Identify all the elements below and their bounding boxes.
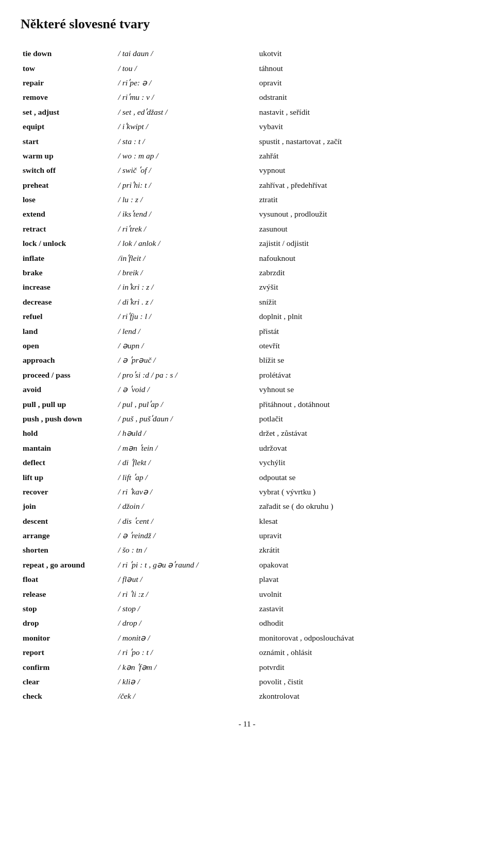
table-row: inflate/inʹfleit /nafouknout <box>21 251 473 265</box>
table-row: set , adjust/ set , edʹdžast /nastavit ,… <box>21 105 473 119</box>
phonetic: / riʹtrek / <box>116 222 257 236</box>
phonetic: / həuld / <box>116 426 257 440</box>
english-term: retract <box>21 222 116 236</box>
table-row: push , push down/ puš , pušʹdaun /potlač… <box>21 412 473 426</box>
czech-translation: snížit <box>257 295 473 309</box>
english-term: join <box>21 499 116 513</box>
english-term: recover <box>21 485 116 499</box>
czech-translation: plavat <box>257 572 473 587</box>
table-row: float/ fləut /plavat <box>21 572 473 587</box>
english-term: hold <box>21 426 116 440</box>
czech-translation: vychýlit <box>257 455 473 470</box>
table-row: switch off/ swič ʹof /vypnout <box>21 163 473 178</box>
phonetic: / riʹmu : v / <box>116 90 257 104</box>
english-term: proceed / pass <box>21 368 116 382</box>
page-footer: - 11 - <box>21 719 473 729</box>
phonetic: / lu : z / <box>116 192 257 207</box>
phonetic: / riʹfju : l / <box>116 309 257 324</box>
english-term: stop <box>21 601 116 616</box>
czech-translation: potlačit <box>257 412 473 426</box>
english-term: preheat <box>21 178 116 192</box>
english-term: check <box>21 689 116 703</box>
table-row: descent/ dis ʹcent /klesat <box>21 514 473 528</box>
table-row: hold/ həuld /držet , zůstávat <box>21 426 473 440</box>
phonetic: / set , edʹdžast / <box>116 105 257 119</box>
phonetic: / mən ʹtein / <box>116 441 257 455</box>
czech-translation: zasunout <box>257 222 473 236</box>
table-row: proceed / pass/ proʹsi :d / pa : s /prol… <box>21 368 473 382</box>
phonetic: / džoin / <box>116 499 257 513</box>
table-row: deflect/ di ʹflekt /vychýlit <box>21 455 473 470</box>
phonetic: / ə ʹprəuč / <box>116 353 257 367</box>
table-row: pull , pull up/ pul , pulʹap /přitáhnout… <box>21 397 473 411</box>
table-row: refuel/ riʹfju : l /doplnit , plnit <box>21 309 473 324</box>
page-title: Některé slovesné tvary <box>21 16 473 32</box>
table-row: start/ sta : t /spustit , nastartovat , … <box>21 134 473 148</box>
czech-translation: zastavit <box>257 601 473 616</box>
english-term: increase <box>21 280 116 294</box>
english-term: lift up <box>21 470 116 484</box>
phonetic: / fləut / <box>116 572 257 587</box>
czech-translation: opakovat <box>257 558 473 572</box>
english-term: push , push down <box>21 412 116 426</box>
czech-translation: nastavit , seřídit <box>257 105 473 119</box>
english-term: monitor <box>21 631 116 645</box>
czech-translation: zabrzdit <box>257 265 473 280</box>
phonetic: / ri ʹli :z / <box>116 587 257 601</box>
english-term: set , adjust <box>21 105 116 119</box>
table-row: tie down/ tai daun /ukotvit <box>21 46 473 61</box>
czech-translation: doplnit , plnit <box>257 309 473 324</box>
english-term: decrease <box>21 295 116 309</box>
czech-translation: otevřít <box>257 339 473 353</box>
english-term: release <box>21 587 116 601</box>
english-term: refuel <box>21 309 116 324</box>
english-term: equipt <box>21 119 116 134</box>
english-term: remove <box>21 90 116 104</box>
phonetic: / ri ʹpi : t , gəu əʹraund / <box>116 558 257 572</box>
english-term: start <box>21 134 116 148</box>
phonetic: / ri ʹpo : t / <box>116 645 257 660</box>
phonetic: / wo : m ap / <box>116 149 257 163</box>
table-row: warm up/ wo : m ap /zahřát <box>21 149 473 163</box>
czech-translation: vypnout <box>257 163 473 178</box>
phonetic: / ə ʹvoid / <box>116 382 257 397</box>
table-row: equipt/ iʹkwipt /vybavit <box>21 119 473 134</box>
english-term: extend <box>21 207 116 221</box>
czech-translation: táhnout <box>257 61 473 75</box>
czech-translation: zkrátit <box>257 543 473 557</box>
table-row: preheat/ priʹhi: t /zahřívat , předehřív… <box>21 178 473 192</box>
czech-translation: klesat <box>257 514 473 528</box>
table-row: clear/ kliə /povolit , čistit <box>21 675 473 689</box>
czech-translation: prolétávat <box>257 368 473 382</box>
table-row: lift up/ lift ʹap /odpoutat se <box>21 470 473 484</box>
phonetic: / iʹkwipt / <box>116 119 257 134</box>
english-term: lock / unlock <box>21 236 116 251</box>
english-term: deflect <box>21 455 116 470</box>
czech-translation: vybavit <box>257 119 473 134</box>
czech-translation: spustit , nastartovat , začít <box>257 134 473 148</box>
czech-translation: ztratit <box>257 192 473 207</box>
phonetic: / tou / <box>116 61 257 75</box>
table-row: confirm/ kən ʹfəm /potvrdit <box>21 660 473 674</box>
english-term: repair <box>21 76 116 90</box>
english-term: shorten <box>21 543 116 557</box>
english-term: brake <box>21 265 116 280</box>
czech-translation: přistát <box>257 324 473 338</box>
table-row: lose/ lu : z /ztratit <box>21 192 473 207</box>
english-term: tow <box>21 61 116 75</box>
table-row: join/ džoin /zařadit se ( do okruhu ) <box>21 499 473 513</box>
table-row: extend/ iksʹtend /vysunout , prodloužit <box>21 207 473 221</box>
english-term: drop <box>21 616 116 630</box>
czech-translation: zajistit / odjistit <box>257 236 473 251</box>
phonetic: / ə ʹreindž / <box>116 528 257 543</box>
table-row: repair/ riʹpe: ə /opravit <box>21 76 473 90</box>
czech-translation: zahřát <box>257 149 473 163</box>
phonetic: / iksʹtend / <box>116 207 257 221</box>
phonetic: / puš , pušʹdaun / <box>116 412 257 426</box>
table-row: retract/ riʹtrek /zasunout <box>21 222 473 236</box>
czech-translation: odstranit <box>257 90 473 104</box>
english-term: land <box>21 324 116 338</box>
czech-translation: ukotvit <box>257 46 473 61</box>
phonetic: /ček / <box>116 689 257 703</box>
czech-translation: zvýšit <box>257 280 473 294</box>
